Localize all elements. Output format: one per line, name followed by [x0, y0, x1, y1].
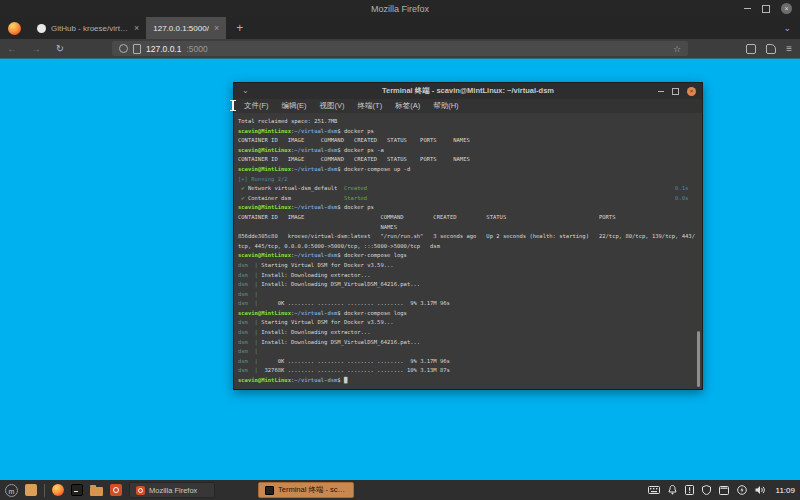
system-tray: 11:09: [648, 485, 795, 495]
menu-help[interactable]: 帮助(H): [433, 101, 458, 111]
window-button-label: Mozilla Firefox: [149, 486, 197, 495]
firewall-shield-icon[interactable]: [702, 485, 711, 495]
taskbar-divider: [44, 484, 45, 497]
navbar-right-icons: ≡: [746, 39, 792, 58]
terminal-title: Terminal 终端 - scavin@MintLinux: ~/virtua…: [234, 86, 702, 96]
window-button-label: Terminal 终端 - scavin@Mi...: [278, 485, 347, 495]
url-host: 127.0.0.1: [146, 44, 181, 54]
mint-menu-icon[interactable]: m: [5, 484, 18, 497]
terminal-output[interactable]: Total reclaimed space: 251.7MBscavin@Min…: [234, 113, 702, 389]
firefox-tabbar: GitHub - kroese/virtual-dsm × 127.0.0.1:…: [0, 17, 800, 39]
page-info-icon[interactable]: [133, 44, 141, 54]
back-icon[interactable]: ←: [0, 43, 24, 54]
volume-icon[interactable]: [755, 485, 766, 495]
tab-github[interactable]: GitHub - kroese/virtual-dsm ×: [30, 17, 146, 39]
github-favicon-icon: [37, 24, 46, 33]
text-cursor-icon: [232, 100, 234, 111]
clock[interactable]: 11:09: [776, 486, 795, 495]
menu-terminal[interactable]: 终端(T): [358, 101, 383, 111]
reload-icon[interactable]: ↻: [48, 43, 72, 54]
menu-edit[interactable]: 编辑(E): [282, 101, 307, 111]
minimize-icon[interactable]: [744, 8, 751, 9]
tab-label: GitHub - kroese/virtual-dsm: [51, 24, 129, 33]
app-menu-hamburger-icon[interactable]: ≡: [786, 43, 792, 54]
chevron-down-icon[interactable]: ⌄: [242, 86, 249, 95]
menu-view[interactable]: 视图(V): [320, 101, 345, 111]
new-tab-button[interactable]: +: [236, 21, 243, 35]
firefox-launcher-icon[interactable]: [52, 484, 64, 496]
notifications-bell-icon[interactable]: [668, 485, 677, 495]
firefox-navbar: ← → ↻ 127.0.0.1 :5000 ☆ ≡: [0, 39, 800, 59]
terminal-menubar: 文件(F) 编辑(E) 视图(V) 终端(T) 标签(A) 帮助(H): [234, 99, 702, 113]
tab-close-icon[interactable]: ×: [214, 23, 219, 33]
software-launcher-icon[interactable]: [110, 484, 122, 496]
close-icon[interactable]: ×: [781, 3, 792, 14]
power-update-icon[interactable]: [737, 485, 747, 495]
url-bar[interactable]: 127.0.0.1 :5000 ☆: [112, 41, 688, 56]
files-launcher-icon[interactable]: [90, 487, 103, 496]
firefox-window-title: Mozilla Firefox: [371, 4, 429, 14]
extensions-puzzle-icon[interactable]: [766, 44, 776, 54]
extension-badge-icon[interactable]: [746, 44, 756, 54]
keyboard-icon[interactable]: [648, 486, 660, 494]
taskbar: m Mozilla Firefox Terminal 终端 - scavin@M…: [0, 480, 800, 500]
tracking-shield-icon[interactable]: [119, 44, 128, 53]
tab-localhost[interactable]: 127.0.0.1:5000/ ×: [146, 17, 226, 39]
tab-list-chevron-icon[interactable]: ⌄: [783, 23, 791, 33]
terminal-window-icon: [265, 486, 274, 495]
menu-file[interactable]: 文件(F): [244, 101, 269, 111]
terminal-titlebar[interactable]: ⌄ Terminal 终端 - scavin@MintLinux: ~/virt…: [234, 83, 702, 99]
show-desktop-icon[interactable]: [25, 484, 37, 496]
close-icon[interactable]: ×: [687, 87, 696, 96]
firefox-logo-icon: [8, 22, 21, 35]
firefox-titlebar: Mozilla Firefox ×: [0, 0, 800, 17]
terminal-launcher-icon[interactable]: [71, 484, 83, 496]
terminal-window[interactable]: ⌄ Terminal 终端 - scavin@MintLinux: ~/virt…: [233, 82, 703, 390]
tab-label: 127.0.0.1:5000/: [153, 24, 209, 33]
menu-tabs[interactable]: 标签(A): [395, 101, 420, 111]
firefox-window-controls: ×: [744, 0, 792, 17]
terminal-window-controls: ×: [658, 83, 696, 99]
maximize-icon[interactable]: [672, 88, 679, 95]
taskbar-window-firefox[interactable]: Mozilla Firefox: [129, 482, 215, 498]
update-manager-icon[interactable]: [685, 485, 694, 495]
minimize-icon[interactable]: [658, 91, 664, 92]
desktop-screen: Mozilla Firefox × GitHub - kroese/virtua…: [0, 0, 800, 500]
workspace-window-icon[interactable]: [719, 486, 729, 495]
url-port: :5000: [186, 44, 207, 54]
forward-icon[interactable]: →: [24, 43, 48, 54]
maximize-icon[interactable]: [762, 5, 770, 13]
taskbar-window-terminal[interactable]: Terminal 终端 - scavin@Mi...: [258, 482, 354, 498]
tab-close-icon[interactable]: ×: [134, 23, 139, 33]
firefox-window-icon: [136, 486, 145, 495]
bookmark-star-icon[interactable]: ☆: [673, 44, 681, 54]
terminal-scrollbar[interactable]: [697, 331, 700, 387]
